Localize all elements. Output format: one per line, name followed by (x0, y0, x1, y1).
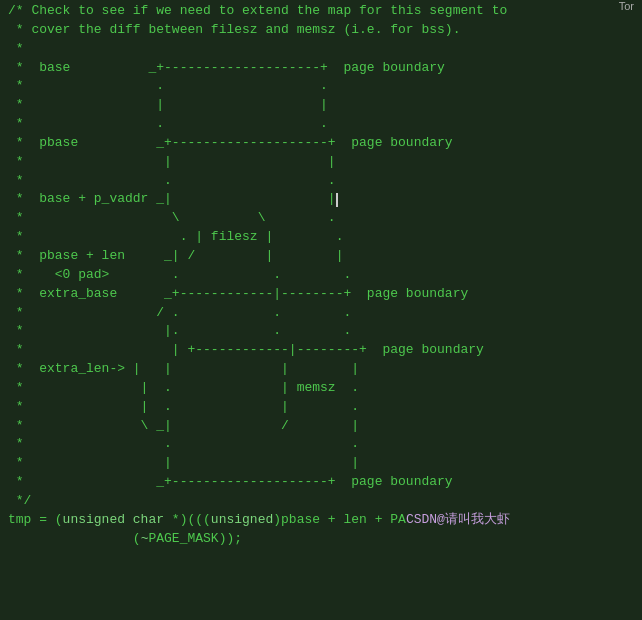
code-line-25: * | | (8, 454, 634, 473)
code-line-15: * <0 pad> . . . (8, 266, 634, 285)
code-line-29: (~PAGE_MASK)); (8, 530, 634, 549)
code-line-1: /* Check to see if we need to extend the… (8, 2, 634, 21)
code-line-5: * . . (8, 77, 634, 96)
code-line-21: * | . | memsz . (8, 379, 634, 398)
code-line-7: * . . (8, 115, 634, 134)
code-line-8: * pbase _+--------------------+ page bou… (8, 134, 634, 153)
code-line-18: * |. . . (8, 322, 634, 341)
code-line-6: * | | (8, 96, 634, 115)
code-line-23: * \ _| / | (8, 417, 634, 436)
code-line-27: */ (8, 492, 634, 511)
code-line-4: * base _+--------------------+ page boun… (8, 59, 634, 78)
code-line-11: * base + p_vaddr _| | (8, 190, 634, 209)
code-line-17: * / . . . (8, 304, 634, 323)
code-line-10: * . . (8, 172, 634, 191)
code-line-3: * (8, 40, 634, 59)
code-line-2: * cover the diff between filesz and mems… (8, 21, 634, 40)
code-line-28: tmp = (unsigned char *)(((unsigned)pbase… (8, 511, 634, 530)
code-line-9: * | | (8, 153, 634, 172)
code-editor: Tor /* Check to see if we need to extend… (0, 0, 642, 620)
code-line-26: * _+--------------------+ page boundary (8, 473, 634, 492)
code-line-19: * | +------------|--------+ page boundar… (8, 341, 634, 360)
code-line-24: * . . (8, 435, 634, 454)
code-line-13: * . | filesz | . (8, 228, 634, 247)
code-line-20: * extra_len-> | | | | (8, 360, 634, 379)
code-line-12: * \ \ . (8, 209, 634, 228)
tab-label: Tor (615, 0, 638, 15)
code-line-14: * pbase + len _| / | | (8, 247, 634, 266)
code-line-16: * extra_base _+------------|--------+ pa… (8, 285, 634, 304)
code-line-22: * | . | . (8, 398, 634, 417)
